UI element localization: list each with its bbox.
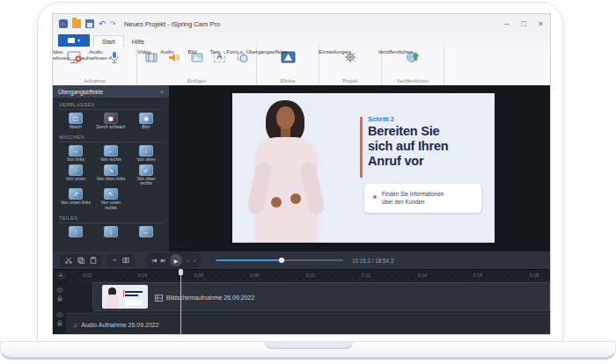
- publish-button[interactable]: Veröffentlichen: [385, 48, 441, 64]
- app-logo-icon: [59, 19, 68, 28]
- laptop-mockup: ↶ ↷ Neues Projekt - iSpring Cam Pro – □ …: [0, 0, 616, 364]
- audio-clip-label: Audio Aufnahme 26.09.2022: [81, 322, 158, 328]
- transition-blitz[interactable]: ◉ Blitz: [128, 113, 164, 130]
- ribbon-group-veroeffentlichen: Veröffentlichen Veröffentlichen: [382, 47, 444, 85]
- chevron-down-icon: ▾: [240, 49, 243, 55]
- chevron-down-icon: ▾: [109, 55, 112, 61]
- insert-audio-label: Audio: [160, 49, 173, 55]
- transitions-panel-title: Übergangseffekte: [58, 89, 103, 95]
- bullet-text: Finden Sie Informationen über den Kunden: [382, 191, 444, 207]
- workspace: Übergangseffekte × VERBLASSEN ◻ Weich ◼ …: [53, 85, 550, 251]
- transitions-button[interactable]: Übergangseffekte: [260, 48, 316, 64]
- add-track-button[interactable]: +: [56, 272, 65, 280]
- transition-von-rechts[interactable]: ← Von rechts: [93, 145, 128, 163]
- transition-von-oben[interactable]: ↓ Von oben: [128, 145, 164, 163]
- fade-soft-icon: ◻: [69, 113, 83, 124]
- timeline-toolbar: × |◀ ▶| ▶ ‹ › 10:15.1 / 18:54.3: [53, 251, 550, 269]
- undo-icon[interactable]: ↶: [99, 19, 106, 28]
- insert-video-label: Video: [137, 49, 150, 55]
- wipe-upright-arrow-icon: ↗: [69, 188, 83, 200]
- panel-close-icon[interactable]: ×: [160, 89, 164, 95]
- ribbon-tab-row: ▾ Start Hilfe: [53, 33, 550, 47]
- wipe-upleft-arrow-icon: ↖: [104, 188, 118, 200]
- chevron-down-icon: ▾: [77, 38, 80, 43]
- playhead[interactable]: [180, 269, 181, 335]
- transition-von-links[interactable]: → Von links: [58, 145, 93, 163]
- wipe-left-arrow-icon: ←: [104, 145, 118, 157]
- clip-thumbnail: [102, 285, 148, 309]
- laptop-notch: [265, 342, 353, 349]
- ribbon-group-einfuegen: Video Audio Bild: [137, 47, 257, 85]
- slide-bullet-card: Finden Sie Informationen über den Kunden: [364, 184, 481, 213]
- track-rail: [53, 280, 66, 335]
- redo-icon[interactable]: ↷: [110, 19, 117, 28]
- delete-icon[interactable]: ×: [113, 257, 117, 264]
- save-icon[interactable]: [85, 19, 94, 28]
- timeline-ruler[interactable]: + 0:02 0:04 0:06 0:08 0:10 0:12 0:14 0:1…: [53, 269, 550, 280]
- play-button[interactable]: ▶: [170, 254, 182, 266]
- transition-von-unten-rechts[interactable]: ↖ Von unten rechts: [93, 188, 128, 211]
- file-menu-button[interactable]: ▾: [58, 34, 90, 47]
- prev-frame-icon[interactable]: ‹: [187, 258, 188, 263]
- eye-icon[interactable]: [56, 288, 63, 293]
- insert-audio-button[interactable]: Audio: [163, 48, 185, 63]
- video-clip[interactable]: Bildschirmaufnahme 26.09.2022: [92, 282, 550, 311]
- skip-start-icon[interactable]: |◀: [152, 258, 156, 263]
- transition-teilen-vertikal-innen[interactable]: ↨: [93, 226, 128, 237]
- record-video-label: Video aufnehmen: [52, 49, 75, 62]
- group-label-einfuegen: Einfügen: [140, 77, 253, 85]
- ribbon-group-aufnahme: Video aufnehmen Audio aufnehmen ▾ Aufnah…: [53, 47, 137, 85]
- slide-title: Bereiten Sie sich auf Ihren Anruf vor: [368, 124, 448, 169]
- wipe-right-arrow-icon: →: [69, 145, 83, 157]
- tab-hilfe[interactable]: Hilfe: [124, 36, 152, 47]
- transitions-panel: Übergangseffekte × VERBLASSEN ◻ Weich ◼ …: [53, 85, 169, 251]
- insert-image-label: Bild: [187, 49, 196, 55]
- split-vertical-in-icon: ↨: [104, 226, 118, 237]
- lock-icon[interactable]: [57, 295, 62, 302]
- wipe-down-arrow-icon: ↓: [139, 145, 153, 157]
- slide-accent-bar: [360, 117, 363, 178]
- transitions-label: Übergangseffekte: [246, 49, 288, 55]
- insert-image-button[interactable]: Bild: [186, 48, 208, 63]
- record-audio-button[interactable]: Audio aufnehmen ▾: [95, 48, 134, 64]
- eye-icon[interactable]: [56, 312, 63, 317]
- next-frame-icon[interactable]: ›: [194, 258, 194, 263]
- minimize-button[interactable]: –: [504, 20, 509, 28]
- laptop-screen: ↶ ↷ Neues Projekt - iSpring Cam Pro – □ …: [37, 2, 563, 343]
- fade-black-icon: ◼: [104, 113, 118, 124]
- split-horizontal-icon: ↔: [139, 226, 153, 237]
- transition-von-oben-links[interactable]: ↘ Von oben links: [93, 164, 128, 187]
- file-menu-icon: [68, 38, 75, 43]
- open-folder-icon[interactable]: [72, 19, 81, 28]
- transition-von-unten[interactable]: ↑ Von unten: [58, 164, 93, 187]
- zoom-slider[interactable]: [216, 259, 343, 261]
- close-button[interactable]: ×: [539, 20, 543, 28]
- slide-canvas[interactable]: Schritt 2 Bereiten Sie sich auf Ihren An…: [232, 93, 495, 243]
- maximize-button[interactable]: □: [521, 20, 525, 28]
- transition-durch-schwarz[interactable]: ◼ Durch schwarz: [93, 113, 128, 130]
- zoom-slider-knob[interactable]: [279, 258, 284, 263]
- tab-start[interactable]: Start: [93, 35, 124, 47]
- transition-teilen-horizontal[interactable]: ↔: [128, 226, 164, 237]
- group-label-effekte: Effekte: [260, 77, 316, 85]
- time-display: 10:15.1 / 18:54.3: [352, 258, 393, 264]
- transition-weich[interactable]: ◻ Weich: [58, 113, 93, 130]
- slide-kicker: Schritt 2: [368, 115, 394, 123]
- settings-button[interactable]: Einstellungen: [322, 48, 378, 64]
- transition-von-oben-rechts[interactable]: ↙ Von oben rechts: [128, 164, 164, 187]
- transition-teilen-vertikal[interactable]: ↕: [58, 226, 93, 237]
- insert-text-label: Text: [209, 49, 219, 55]
- audio-track[interactable]: ♫ Audio Aufnahme 26.09.2022: [66, 313, 550, 335]
- ribbon-group-effekte: Übergangseffekte Effekte: [257, 47, 319, 85]
- flash-icon: ◉: [139, 113, 153, 124]
- preview-area: Schritt 2 Bereiten Sie sich auf Ihren An…: [169, 85, 550, 251]
- wipe-downleft-arrow-icon: ↙: [139, 164, 153, 176]
- insert-video-button[interactable]: Video: [140, 48, 162, 63]
- paste-icon[interactable]: [90, 257, 97, 264]
- lock-icon[interactable]: [57, 320, 62, 326]
- copy-icon[interactable]: [77, 257, 84, 264]
- transition-von-unten-links[interactable]: ↗ Von unten links: [58, 188, 93, 211]
- split-clip-icon[interactable]: [122, 257, 129, 264]
- skip-end-icon[interactable]: ▶|: [161, 258, 165, 263]
- cut-icon[interactable]: [65, 257, 72, 264]
